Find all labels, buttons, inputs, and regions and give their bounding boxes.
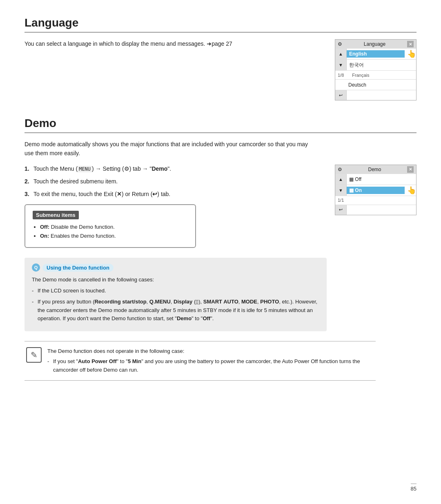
submenu-title: Submenu items xyxy=(33,211,79,219)
demo-bold: Demo xyxy=(151,165,167,172)
demo-widget-back-btn[interactable]: ↩ xyxy=(335,205,347,215)
language-widget-up-btn[interactable]: ▲ xyxy=(335,49,347,59)
note-intro: The Demo function does not operate in th… xyxy=(47,347,374,356)
language-widget-row-down: ▼ 한국어 xyxy=(335,60,416,71)
demo-steps: 1. Touch the Menu (MENU) → Setting (⚙) t… xyxy=(24,165,278,248)
step-2-num: 2. xyxy=(24,177,31,186)
language-widget-header: ⚙ Language ✕ xyxy=(335,40,416,49)
demo-widget-row-on: ▼ ▦ On 👆 xyxy=(335,185,416,196)
note-box: The Demo function does not operate in th… xyxy=(24,341,376,380)
language-title: Language xyxy=(24,16,416,33)
demo-widget-back-row: ↩ xyxy=(335,205,416,215)
demo-widget-up-btn[interactable]: ▲ xyxy=(335,174,347,185)
language-widget-english: English xyxy=(347,50,405,58)
page-number: 85 xyxy=(411,486,416,492)
setting-icon: ⚙ xyxy=(124,165,129,172)
demo-widget-page: 1/1 xyxy=(335,196,416,205)
demo-step-1: 1. Touch the Menu (MENU) → Setting (⚙) t… xyxy=(24,165,278,173)
demo-title: Demo xyxy=(24,117,416,133)
hand-pointer-icon: 👆 xyxy=(407,49,416,58)
tip-header: Q Using the Demo function xyxy=(32,263,319,272)
bold-photo: PHOTO xyxy=(260,299,279,305)
bold-5min: 5 Min xyxy=(128,358,141,364)
demo-step-2: 2. Touch the desired submenu item. xyxy=(24,177,278,186)
tip-intro: The Demo mode is cancelled in the follow… xyxy=(32,276,319,284)
submenu-items-list: Off: Disable the Demo function. On: Enab… xyxy=(33,223,188,240)
tip-items-list: If the LCD screen is touched. If you pre… xyxy=(32,287,319,323)
bold-display: Display xyxy=(174,299,192,305)
step-1-text: Touch the Menu (MENU) → Setting (⚙) tab … xyxy=(33,165,171,173)
language-widget-title: Language xyxy=(364,41,385,47)
demo-widget-on: ▦ On xyxy=(347,187,405,194)
tip-item-1: If the LCD screen is touched. xyxy=(32,287,319,295)
note-content: The Demo function does not operate in th… xyxy=(47,347,374,374)
language-widget-close[interactable]: ✕ xyxy=(407,41,414,47)
display-icon: ▯ xyxy=(196,299,198,305)
language-description-block: You can select a language in which to di… xyxy=(24,39,261,48)
language-content: You can select a language in which to di… xyxy=(24,39,416,100)
language-widget-row-up: ▲ English 👆 xyxy=(335,49,416,60)
bold-off-ref: Off xyxy=(203,315,210,321)
page-number-line: 85 xyxy=(411,484,416,492)
bold-smart: SMART AUTO xyxy=(203,299,238,305)
demo-steps-list: 1. Touch the Menu (MENU) → Setting (⚙) t… xyxy=(24,165,278,198)
page-number-container: 85 xyxy=(411,484,416,492)
demo-widget-close[interactable]: ✕ xyxy=(407,166,414,173)
step-1-num: 1. xyxy=(24,165,31,173)
step-3-num: 3. xyxy=(24,190,31,198)
demo-section: Demo Demo mode automatically shows you t… xyxy=(24,117,416,248)
demo-widget: ⚙ Demo ✕ ▲ ▦ Off ▼ ▦ On 👆 1/1 ↩ xyxy=(335,165,416,215)
note-item-1: If you set "Auto Power Off" to "5 Min" a… xyxy=(47,357,374,375)
language-widget-page: 1/8 Français xyxy=(335,71,416,80)
language-description: You can select a language in which to di… xyxy=(24,39,261,48)
tip-box: Q Using the Demo function The Demo mode … xyxy=(24,258,327,331)
note-items-list: If you set "Auto Power Off" to "5 Min" a… xyxy=(47,357,374,375)
demo-widget-off: ▦ Off xyxy=(347,176,416,183)
demo-widget-title: Demo xyxy=(368,167,381,172)
language-widget-deutsch: Deutsch xyxy=(335,81,416,89)
bold-qmenu: Q.MENU xyxy=(149,299,171,305)
note-icon xyxy=(26,347,42,363)
demo-widget-header: ⚙ Demo ✕ xyxy=(335,165,416,174)
off-label: Off: xyxy=(40,224,49,230)
demo-step-3: 3. To exit the menu, touch the Exit (✕) … xyxy=(24,190,278,198)
language-widget-down-btn[interactable]: ▼ xyxy=(335,60,347,70)
demo-gear-icon: ⚙ xyxy=(338,167,342,172)
step-3-text: To exit the menu, touch the Exit (✕) or … xyxy=(33,190,170,198)
step-2-text: Touch the desired submenu item. xyxy=(33,177,118,186)
bold-auto-power: Auto Power Off xyxy=(78,358,117,364)
tip-icon: Q xyxy=(32,263,40,272)
submenu-item-on: On: Enables the Demo function. xyxy=(40,232,188,240)
on-label: On: xyxy=(40,233,49,239)
language-widget-back-btn[interactable]: ↩ xyxy=(335,90,347,100)
gear-icon: ⚙ xyxy=(338,41,342,47)
tip-item-2: If you press any button (Recording start… xyxy=(32,298,319,323)
demo-widget-down-btn[interactable]: ▼ xyxy=(335,185,347,196)
demo-hand-icon: 👆 xyxy=(407,186,416,195)
submenu-item-off: Off: Disable the Demo function. xyxy=(40,223,188,231)
submenu-box: Submenu items Off: Disable the Demo func… xyxy=(24,204,196,248)
language-section: Language You can select a language in wh… xyxy=(24,16,416,100)
language-widget-korean: 한국어 xyxy=(347,61,416,69)
language-widget-row-deutsch: Deutsch xyxy=(335,80,416,90)
menu-code: MENU xyxy=(78,166,92,172)
bold-demo-ref: Demo xyxy=(177,315,192,321)
demo-intro: Demo mode automatically shows you the ma… xyxy=(24,140,310,158)
bold-recording: Recording start/stop xyxy=(94,299,146,305)
bold-mode: MODE xyxy=(241,299,257,305)
tip-content: The Demo mode is cancelled in the follow… xyxy=(32,276,319,323)
language-widget-back-row: ↩ xyxy=(335,90,416,100)
language-widget-francais: Français xyxy=(352,73,369,78)
demo-steps-panel: 1. Touch the Menu (MENU) → Setting (⚙) t… xyxy=(24,165,416,248)
tip-title: Using the Demo function xyxy=(42,264,114,272)
demo-widget-row-off: ▲ ▦ Off xyxy=(335,174,416,185)
language-widget: ⚙ Language ✕ ▲ English 👆 ▼ 한국어 1/8 Franç… xyxy=(335,39,416,100)
